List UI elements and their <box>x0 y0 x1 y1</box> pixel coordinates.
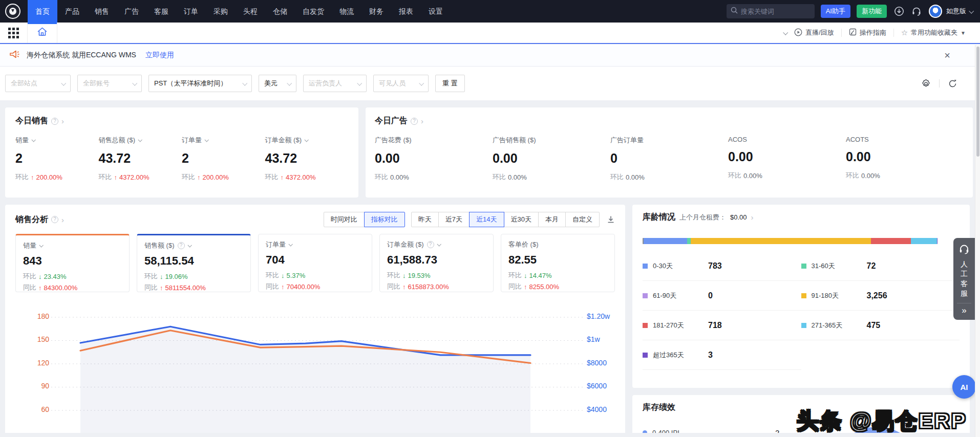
favorites-dropdown-icon: ▼ <box>961 30 966 36</box>
time-compare-button[interactable]: 时间对比 <box>324 212 365 227</box>
operation-guide-link[interactable]: 操作指南 <box>842 28 893 37</box>
live-replay-link[interactable]: 直播/回放 <box>787 28 841 38</box>
down-arrow-icon: ↓ <box>160 273 163 280</box>
trend-chart[interactable]: 180 150 120 90 60 $1.20w $1w $8000 $6000… <box>15 300 615 433</box>
edition-label: 如意版 <box>946 7 966 16</box>
global-search[interactable] <box>727 4 815 18</box>
date-range-group: 昨天 近7天 近14天 近30天 本月 自定义 <box>411 212 600 227</box>
currency-select[interactable]: 美元 <box>259 75 296 92</box>
analysis-card-sales-qty[interactable]: 销量 843 环比↓23.43% 同比↑84300.00% <box>15 234 130 292</box>
new-feature-button[interactable]: 新功能 <box>857 5 887 18</box>
up-arrow-icon: ↑ <box>281 283 285 291</box>
age-legend-item: 91-180天3,256 <box>801 281 960 311</box>
metric-compare-button[interactable]: 指标对比 <box>364 212 405 227</box>
chevron-right-icon[interactable]: › <box>421 117 423 125</box>
edition-chevron-down-icon[interactable] <box>969 8 974 13</box>
up-arrow-icon: ↑ <box>197 173 201 181</box>
user-avatar[interactable] <box>929 5 942 18</box>
star-icon: ☆ <box>901 28 908 37</box>
range-30d-button[interactable]: 近30天 <box>504 212 539 227</box>
headset-icon[interactable] <box>911 6 922 16</box>
app-grid-icon[interactable] <box>0 23 28 43</box>
analysis-card-order-amount[interactable]: 订单金额 ($) 61,588.73 环比↓19.53% 同比↑6158873.… <box>379 234 494 292</box>
refresh-icon[interactable] <box>948 79 957 89</box>
chevron-right-icon[interactable]: › <box>61 215 64 224</box>
nav-item-firstmile[interactable]: 头程 <box>236 0 265 23</box>
nav-item-sales[interactable]: 销售 <box>87 0 117 23</box>
nav-item-orders[interactable]: 订单 <box>176 0 206 23</box>
nav-item-logistics[interactable]: 物流 <box>332 0 361 23</box>
today-ads-title: 今日广告 <box>375 116 408 126</box>
chevron-right-icon[interactable]: › <box>61 117 64 125</box>
metric-order-amount: 订单金额 ($) 43.72 环比↑4372.00% <box>265 136 349 182</box>
timezone-select[interactable]: PST（太平洋标准时间） <box>148 75 252 92</box>
down-arrow-icon: ↓ <box>524 272 527 279</box>
site-select[interactable]: 全部站点 <box>5 75 71 92</box>
metric-sales-total: 销售总额 ($) 43.72 环比↑4372.00% <box>99 136 182 182</box>
export-download-icon[interactable] <box>607 215 615 224</box>
download-icon[interactable] <box>894 6 904 16</box>
range-14d-button[interactable]: 近14天 <box>469 212 504 227</box>
ai-assistant-button[interactable]: AI助手 <box>821 5 850 18</box>
inventory-age-legend: 0-30天783 31-60天72 61-90天0 91-180天3,256 1… <box>643 251 960 370</box>
search-icon <box>731 7 738 16</box>
range-month-button[interactable]: 本月 <box>538 212 566 227</box>
help-icon[interactable] <box>411 118 418 125</box>
operator-select[interactable]: 运营负责人 <box>303 75 367 92</box>
collapse-chevrons-icon[interactable]: » <box>953 305 975 316</box>
nav-item-service[interactable]: 客服 <box>146 0 176 23</box>
analysis-card-avg-order-value[interactable]: 客单价 ($) 82.55 环比↓14.47% 同比↑8255.00% <box>501 234 615 292</box>
visible-people-select[interactable]: 可见人员 <box>373 75 429 92</box>
favorites-menu[interactable]: ☆ 常用功能收藏夹 ▼ <box>894 28 973 37</box>
nav-item-product[interactable]: 产品 <box>57 0 87 23</box>
analysis-card-order-qty[interactable]: 订单量 704 环比↓5.37% 同比↑70400.00% <box>258 234 372 292</box>
chevron-right-icon[interactable]: › <box>751 213 754 222</box>
ai-fab-button[interactable]: AI <box>952 375 976 399</box>
warehouse-fee-label: 上个月仓租费： <box>679 213 726 222</box>
banner-close-icon[interactable]: × <box>944 50 950 60</box>
age-legend-item: 271-365天475 <box>801 311 960 340</box>
megaphone-icon <box>9 49 20 61</box>
reset-button[interactable]: 重 置 <box>435 75 465 92</box>
metric-ad-orders: 广告订单量 0 环比0.00% <box>610 136 728 182</box>
down-arrow-icon: ↓ <box>281 272 285 279</box>
tab-home[interactable] <box>28 23 57 43</box>
up-arrow-icon: ↑ <box>31 173 34 181</box>
chevron-down-icon <box>437 242 441 246</box>
filter-bar: 全部站点 全部账号 PST（太平洋标准时间） 美元 运营负责人 可见人员 重 置 <box>0 67 980 100</box>
nav-item-warehouse[interactable]: 仓储 <box>265 0 295 23</box>
banner-use-now-link[interactable]: 立即使用 <box>145 51 174 60</box>
account-select[interactable]: 全部账号 <box>77 75 142 92</box>
nav-item-selfship[interactable]: 自发货 <box>295 0 332 23</box>
customer-service-float[interactable]: 人 工 客 服 » <box>953 238 975 320</box>
search-input[interactable] <box>741 8 811 15</box>
nav-item-ads[interactable]: 广告 <box>117 0 146 23</box>
settings-gear-icon[interactable] <box>921 79 931 89</box>
legend-dot <box>643 430 647 433</box>
inventory-age-panel: 库龄情况 上个月仓租费： $0.00 › 0-30天783 31-60天7 <box>632 205 970 388</box>
nav-item-home[interactable]: 首页 <box>28 0 57 23</box>
range-custom-button[interactable]: 自定义 <box>565 212 600 227</box>
nav-item-finance[interactable]: 财务 <box>361 0 391 23</box>
age-legend-item: 0-30天783 <box>643 251 801 281</box>
scrollbar-thumb[interactable] <box>976 47 979 157</box>
chevron-down-icon <box>138 138 142 142</box>
inventory-age-stacked-bar <box>643 238 938 244</box>
announcement-banner: 海外仓储系统 就用ECCANG WMS 立即使用 × <box>0 44 980 67</box>
page-scrollbar[interactable] <box>975 45 980 437</box>
nav-item-purchase[interactable]: 采购 <box>206 0 236 23</box>
analysis-card-sales-amount[interactable]: 销售额 ($) 58,115.54 环比↓19.06% 同比↑5811554.0… <box>137 234 251 292</box>
chevron-down-icon <box>288 242 292 246</box>
nav-item-settings[interactable]: 设置 <box>421 0 451 23</box>
tab-bar: 直播/回放 操作指南 ☆ 常用功能收藏夹 ▼ <box>0 23 980 44</box>
sales-analysis-title: 销售分析 <box>15 214 48 225</box>
help-icon[interactable] <box>51 216 58 223</box>
help-icon[interactable] <box>51 118 58 125</box>
range-7d-button[interactable]: 近7天 <box>438 212 470 227</box>
range-yesterday-button[interactable]: 昨天 <box>411 212 439 227</box>
age-legend-item: 181-270天718 <box>643 311 801 340</box>
y-axis-tick-left: 150 <box>28 335 49 343</box>
help-icon <box>427 241 434 248</box>
nav-item-reports[interactable]: 报表 <box>391 0 421 23</box>
y-axis-tick-left: 180 <box>28 312 49 320</box>
